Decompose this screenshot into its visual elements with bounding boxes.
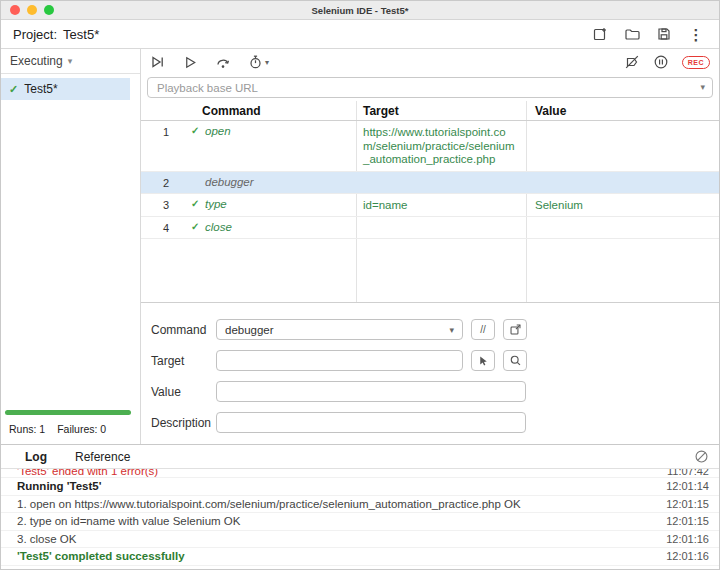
log-entry: 2. type on id=name with value Selenium O…: [1, 513, 719, 531]
row-number: 3: [141, 198, 185, 211]
command-field-label: Command: [151, 323, 216, 337]
open-reference-button[interactable]: [503, 319, 527, 340]
run-current-test-icon[interactable]: [183, 55, 198, 70]
log-entry-text: Running 'Test5': [17, 480, 101, 492]
log-entry-timestamp: 11:07:42: [655, 469, 709, 477]
run-stats: Runs: 1 Failures: 0: [9, 423, 106, 435]
row-number: 1: [141, 125, 185, 138]
command-row[interactable]: 3✓typeid=nameSelenium: [141, 194, 719, 218]
command-select[interactable]: debugger ▾: [216, 319, 463, 340]
log-tabbar: Log Reference: [1, 445, 719, 469]
tests-sidebar: Executing ▾ ✓ Test5* Runs: 1 Failures: 0: [1, 49, 141, 444]
log-entry-timestamp: 12:01:14: [654, 480, 709, 492]
value-input[interactable]: [216, 381, 526, 402]
log-entry: 'Test5' ended with 1 error(s)11:07:42: [1, 469, 719, 478]
minimize-window-button[interactable]: [27, 5, 37, 15]
clear-log-icon[interactable]: [694, 449, 709, 464]
command-target: https://www.tutorialspoint.com/selenium/…: [356, 125, 526, 167]
toggle-comment-button[interactable]: //: [471, 319, 495, 340]
command-row[interactable]: 1✓openhttps://www.tutorialspoint.com/sel…: [141, 121, 719, 172]
chevron-down-icon: ▾: [700, 82, 705, 92]
log-entry-text: 'Test5' ended with 1 error(s): [17, 469, 158, 477]
commands-table: Command Target Value 1✓openhttps://www.t…: [141, 101, 719, 303]
log-list: 'Test5' ended with 1 error(s)11:07:42Run…: [1, 469, 719, 570]
playback-base-url-input[interactable]: [147, 77, 713, 98]
select-target-in-page-button[interactable]: [471, 350, 495, 371]
target-input[interactable]: [216, 350, 463, 371]
log-entry: 3. close OK12:01:16: [1, 531, 719, 549]
log-entry: 1. open on https://www.tutorialspoint.co…: [1, 496, 719, 514]
column-header-target: Target: [356, 104, 526, 118]
test-passed-check-icon: ✓: [9, 83, 18, 96]
command-cell: ✓close: [185, 221, 356, 233]
log-entry-text: 1. open on https://www.tutorialspoint.co…: [17, 498, 521, 510]
test-speed-icon[interactable]: ▾: [248, 54, 269, 70]
command-row[interactable]: 2✓debugger: [141, 172, 719, 194]
tab-reference[interactable]: Reference: [61, 445, 144, 468]
window-title: Selenium IDE - Test5*: [1, 1, 719, 20]
command-form: Command debugger ▾ // Target: [141, 303, 719, 444]
log-entry-timestamp: 12:01:16: [654, 550, 709, 562]
project-header: Project: Test5* ⋮: [1, 20, 719, 49]
project-label: Project:: [13, 27, 57, 42]
target-field-label: Target: [151, 354, 216, 368]
run-progress-bar: [5, 410, 131, 415]
record-button[interactable]: REC: [682, 56, 710, 69]
log-entry: Running 'Test5'12:01:14: [1, 478, 719, 496]
command-target: [356, 176, 526, 177]
command-row[interactable]: 4✓close: [141, 217, 719, 239]
log-entry-text: 2. type on id=name with value Selenium O…: [17, 515, 240, 527]
command-value: [526, 125, 719, 126]
command-cell: ✓debugger: [185, 176, 356, 188]
command-name: close: [205, 221, 232, 233]
log-entry-timestamp: 12:01:15: [654, 515, 709, 527]
step-over-icon[interactable]: [215, 54, 231, 70]
command-cell: ✓open: [185, 125, 356, 137]
column-header-command: Command: [185, 104, 356, 118]
new-project-icon[interactable]: [591, 25, 609, 43]
main-panel: ▾ REC: [141, 49, 719, 444]
chevron-down-icon: ▾: [265, 58, 269, 67]
save-project-icon[interactable]: [655, 25, 673, 43]
sidebar-item-test5[interactable]: ✓ Test5*: [1, 78, 130, 100]
tests-view-dropdown[interactable]: Executing ▾: [1, 49, 140, 74]
find-target-button[interactable]: [503, 350, 527, 371]
column-header-value: Value: [526, 104, 719, 118]
zoom-window-button[interactable]: [44, 5, 54, 15]
tests-view-dropdown-label: Executing: [10, 54, 63, 68]
tab-log[interactable]: Log: [11, 445, 61, 468]
command-name: open: [205, 125, 231, 137]
command-passed-check-icon: ✓: [191, 221, 203, 232]
command-passed-check-icon: ✓: [191, 198, 203, 209]
test-name: Test5*: [24, 82, 57, 96]
disable-breakpoints-icon[interactable]: [624, 54, 640, 70]
runs-count: Runs: 1: [9, 423, 45, 435]
commands-table-body: 1✓openhttps://www.tutorialspoint.com/sel…: [141, 121, 719, 239]
close-window-button[interactable]: [10, 5, 20, 15]
playback-url-row: ▾: [141, 75, 719, 101]
command-value: Selenium: [526, 198, 719, 211]
command-value: [526, 221, 719, 222]
open-project-folder-icon[interactable]: [623, 25, 641, 43]
failures-count: Failures: 0: [57, 423, 106, 435]
run-all-tests-icon[interactable]: [150, 54, 166, 70]
log-entry-timestamp: 12:01:16: [654, 533, 709, 545]
command-select-value: debugger: [225, 324, 274, 336]
pause-on-exceptions-icon[interactable]: [653, 54, 669, 70]
project-name: Test5*: [63, 27, 99, 42]
more-options-icon[interactable]: ⋮: [687, 25, 705, 43]
log-entry-text: 3. close OK: [17, 533, 76, 545]
description-input[interactable]: [216, 412, 526, 433]
command-cell: ✓type: [185, 198, 356, 210]
selenium-ide-window: Selenium IDE - Test5* Project: Test5*: [0, 0, 720, 570]
playback-toolbar: ▾ REC: [141, 49, 719, 75]
content: Executing ▾ ✓ Test5* Runs: 1 Failures: 0: [1, 49, 719, 444]
command-target: [356, 221, 526, 222]
log-panel: Log Reference 'Test5' ended with 1 error…: [1, 444, 719, 570]
command-passed-check-icon: ✓: [191, 125, 203, 136]
command-value: [526, 176, 719, 177]
chevron-down-icon: ▾: [68, 56, 73, 66]
log-entry: 'Test5' completed successfully12:01:16: [1, 548, 719, 566]
row-number: 2: [141, 176, 185, 189]
chevron-down-icon: ▾: [449, 325, 454, 335]
